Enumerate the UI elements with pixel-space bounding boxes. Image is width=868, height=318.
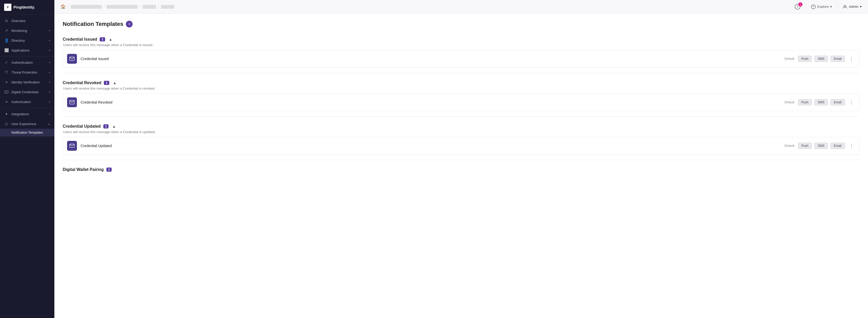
template-row: Credential Updated Default Push SMS Emai… <box>63 137 860 155</box>
section-credential-issued: Credential Issued 1 ▲ Users will receive… <box>63 34 860 68</box>
explore-button[interactable]: Explore ▾ <box>811 4 832 9</box>
sidebar-item-digital-credentials[interactable]: Digital Credentials ▾ <box>0 87 54 97</box>
chevron-icon: ▾ <box>49 61 50 64</box>
section-title: Credential Issued <box>63 37 97 42</box>
push-button[interactable]: Push <box>798 99 812 105</box>
sidebar-item-label: User Experience <box>11 122 36 126</box>
collapse-button-credential-revoked[interactable]: ▲ <box>112 80 118 86</box>
template-row: Credential Revoked Default Push SMS Emai… <box>63 94 860 111</box>
breadcrumb: 🏠 / ██████████████ / ██████████████ / ██… <box>61 4 174 9</box>
breadcrumb-item-2: ██████████████ <box>107 5 137 8</box>
add-template-button[interactable]: + <box>126 21 132 27</box>
more-options-button[interactable]: ⋮ <box>847 99 855 106</box>
sidebar-item-label: Directory <box>11 39 25 42</box>
more-options-button[interactable]: ⋮ <box>847 56 855 62</box>
section-header-credential-updated: Credential Updated 1 ▲ <box>63 121 860 130</box>
sidebar-item-label: Threat Protection <box>11 70 37 74</box>
sms-button[interactable]: SMS <box>814 143 828 149</box>
default-label: Default <box>785 100 795 104</box>
user-experience-icon: ◻ <box>4 122 9 126</box>
overview-icon: ⊙ <box>4 19 9 23</box>
sidebar-item-applications[interactable]: ⬜ Applications ▾ <box>0 45 54 55</box>
sms-button[interactable]: SMS <box>814 56 828 62</box>
push-button[interactable]: Push <box>798 56 812 62</box>
sidebar-item-label: Authorization <box>11 100 31 104</box>
collapse-button-credential-updated[interactable]: ▲ <box>111 124 117 129</box>
section-credential-revoked: Credential Revoked 1 ▲ Users will receiv… <box>63 77 860 111</box>
sidebar-item-monitoring[interactable]: ↗ Monitoring ▾ <box>0 26 54 35</box>
default-label: Default <box>785 57 795 61</box>
home-icon[interactable]: 🏠 <box>61 4 66 9</box>
sidebar-sub-item-notification-templates[interactable]: Notification Templates <box>0 129 54 136</box>
chevron-icon: ▲ <box>48 123 50 125</box>
template-row: Credential Issued Default Push SMS Email… <box>63 50 860 68</box>
email-icon <box>67 97 77 107</box>
sidebar-item-directory[interactable]: 👤 Directory ▾ <box>0 35 54 45</box>
section-description: Users will receive this message when a C… <box>63 130 860 134</box>
applications-icon: ⬜ <box>4 48 9 53</box>
logo-icon: P <box>4 4 11 11</box>
help-button[interactable]: ? 1 <box>795 4 800 9</box>
default-label: Default <box>785 144 795 148</box>
sidebar-item-label: Integrations <box>11 112 29 116</box>
logo-text: PingIdentity. <box>13 5 35 9</box>
authorization-icon: ≡ <box>4 99 9 104</box>
breadcrumb-item-1: ██████████████ <box>71 5 102 8</box>
admin-menu-button[interactable]: Admin ▾ <box>843 4 862 9</box>
sidebar-item-label: Monitoring <box>11 29 27 33</box>
section-digital-wallet-pairing: Digital Wallet Pairing 1 <box>63 164 860 173</box>
chevron-icon: ▾ <box>49 39 50 42</box>
sidebar-item-integrations[interactable]: ✦ Integrations ▾ <box>0 109 54 119</box>
sidebar-item-user-experience[interactable]: ◻ User Experience ▲ <box>0 119 54 129</box>
main-content: Notification Templates + Credential Issu… <box>54 13 868 318</box>
sidebar: P PingIdentity. ⊙ Overview ↗ Monitoring … <box>0 0 54 318</box>
section-title: Credential Revoked <box>63 81 101 85</box>
sidebar-item-identity-verification[interactable]: ≡ Identity Verification ▾ <box>0 77 54 87</box>
chevron-icon: ▾ <box>49 91 50 94</box>
template-name: Credential Updated <box>81 144 112 148</box>
section-count: 1 <box>100 37 105 41</box>
chevron-icon: ▾ <box>49 113 50 116</box>
sidebar-item-authentication[interactable]: ✓ Authentication ▾ <box>0 58 54 67</box>
section-divider-2 <box>63 116 860 117</box>
section-divider-1 <box>63 73 860 73</box>
section-credential-updated: Credential Updated 1 ▲ Users will receiv… <box>63 121 860 155</box>
sidebar-main-section: ⊙ Overview ↗ Monitoring ▾ 👤 Directory ▾ … <box>0 15 54 57</box>
explore-label: Explore <box>817 5 829 8</box>
section-description: Users will receive this message when a C… <box>63 87 860 90</box>
sidebar-item-overview[interactable]: ⊙ Overview <box>0 16 54 26</box>
section-header-digital-wallet-pairing: Digital Wallet Pairing 1 <box>63 164 860 173</box>
topbar-right: ? 1 Explore ▾ Admin ▾ <box>795 4 862 10</box>
breadcrumb-item-4: ██████ <box>161 5 174 8</box>
main-wrapper: 🏠 / ██████████████ / ██████████████ / ██… <box>54 0 868 318</box>
sms-button[interactable]: SMS <box>814 99 828 105</box>
integrations-icon: ✦ <box>4 112 9 116</box>
page-title: Notification Templates <box>63 21 123 27</box>
sidebar-item-label: Overview <box>11 19 25 23</box>
threat-protection-icon: 🛡 <box>4 70 9 74</box>
email-button[interactable]: Email <box>831 56 845 62</box>
monitoring-icon: ↗ <box>4 28 9 33</box>
admin-label: Admin <box>849 5 859 8</box>
admin-chevron-icon: ▾ <box>860 5 862 8</box>
section-title: Digital Wallet Pairing <box>63 167 104 172</box>
sidebar-item-label: Digital Credentials <box>11 90 39 94</box>
section-count: 1 <box>104 81 109 85</box>
help-badge: 1 <box>798 2 803 6</box>
push-button[interactable]: Push <box>798 143 812 149</box>
email-button[interactable]: Email <box>831 99 845 105</box>
email-icon <box>67 141 77 151</box>
more-options-button[interactable]: ⋮ <box>847 142 855 149</box>
chevron-icon: ▾ <box>49 49 50 52</box>
collapse-button-credential-issued[interactable]: ▲ <box>108 37 114 42</box>
chevron-icon: ▾ <box>49 71 50 74</box>
sidebar-item-threat-protection[interactable]: 🛡 Threat Protection ▾ <box>0 67 54 77</box>
email-button[interactable]: Email <box>831 143 845 149</box>
sidebar-item-authorization[interactable]: ≡ Authorization ▾ <box>0 97 54 107</box>
sidebar-item-label: Identity Verification <box>11 80 40 84</box>
sidebar-auth-section: ✓ Authentication ▾ 🛡 Threat Protection ▾… <box>0 57 54 108</box>
topbar-divider <box>806 4 806 10</box>
template-name: Credential Issued <box>81 57 109 61</box>
section-count: 1 <box>103 124 109 128</box>
authentication-icon: ✓ <box>4 60 9 65</box>
